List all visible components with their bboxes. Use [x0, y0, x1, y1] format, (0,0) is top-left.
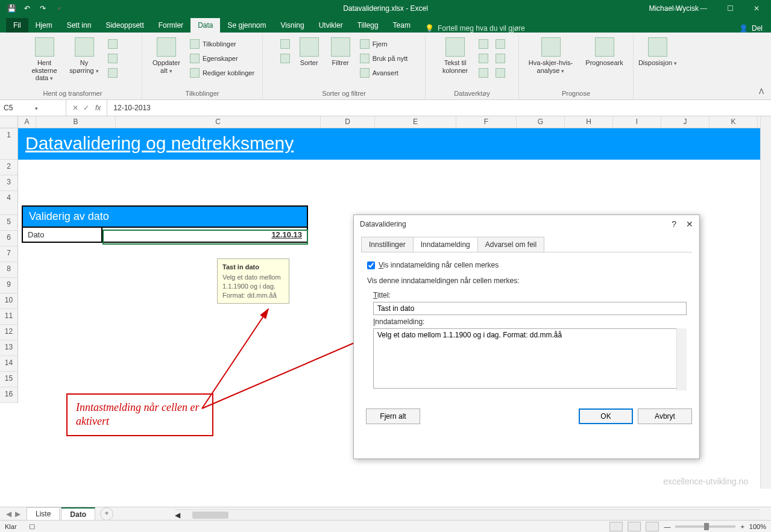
- page-break-view-button[interactable]: [646, 522, 659, 531]
- tab-home[interactable]: Hjem: [28, 18, 60, 33]
- cancel-button[interactable]: Avbryt: [638, 408, 692, 424]
- share-button[interactable]: 👤 Del: [739, 24, 763, 33]
- sheet-prev-icon[interactable]: ◀: [6, 510, 11, 518]
- sheet-tab-liste[interactable]: Liste: [27, 507, 60, 520]
- checkbox-input[interactable]: [367, 261, 375, 269]
- dialog-close-button[interactable]: ✕: [686, 219, 693, 229]
- zoom-slider[interactable]: [675, 525, 735, 528]
- relationships-button[interactable]: [493, 52, 508, 65]
- scroll-thumb[interactable]: [192, 512, 228, 519]
- tab-error-alert[interactable]: Advarsel om feil: [477, 237, 544, 252]
- row-header-12[interactable]: 12: [0, 325, 17, 340]
- column-header-E[interactable]: E: [375, 116, 456, 128]
- title-input[interactable]: [373, 302, 687, 315]
- row-header-2[interactable]: 2: [0, 160, 17, 175]
- message-textarea[interactable]: Velg et dato mellom 1.1.1900 og i dag. F…: [373, 328, 687, 389]
- fx-label[interactable]: fx: [95, 100, 107, 116]
- normal-view-button[interactable]: [609, 522, 623, 531]
- row-header-8[interactable]: 8: [0, 262, 17, 278]
- tab-file[interactable]: Fil: [6, 18, 28, 33]
- row-header-10[interactable]: 10: [0, 293, 17, 309]
- column-header-H[interactable]: H: [565, 116, 613, 128]
- row-header-4[interactable]: 4: [0, 191, 17, 215]
- minimize-button[interactable]: —: [691, 2, 716, 15]
- row-header-6[interactable]: 6: [0, 231, 17, 246]
- clear-filter-button[interactable]: Fjern: [357, 37, 411, 51]
- tab-addins[interactable]: Tillegg: [350, 18, 386, 33]
- help-button[interactable]: ?: [672, 219, 676, 229]
- tab-settings[interactable]: Innstillinger: [361, 237, 414, 252]
- select-all-corner[interactable]: [0, 116, 18, 128]
- column-header-C[interactable]: C: [116, 116, 321, 128]
- zoom-level[interactable]: 100%: [749, 523, 766, 530]
- zoom-in-button[interactable]: +: [740, 523, 744, 530]
- ok-button[interactable]: OK: [579, 408, 633, 424]
- zoom-knob[interactable]: [704, 523, 709, 530]
- save-icon[interactable]: 💾: [6, 3, 17, 14]
- edit-links-button[interactable]: Rediger koblinger: [187, 66, 257, 80]
- cell-value-dato[interactable]: 12.10.13: [102, 228, 307, 242]
- tab-formulas[interactable]: Formler: [151, 18, 190, 33]
- column-header-F[interactable]: F: [456, 116, 517, 128]
- add-sheet-button[interactable]: +: [100, 507, 113, 521]
- sheet-next-icon[interactable]: ▶: [15, 510, 20, 518]
- collapse-ribbon-icon[interactable]: ᐱ: [759, 87, 764, 96]
- column-header-G[interactable]: G: [517, 116, 565, 128]
- advanced-filter-button[interactable]: Avansert: [357, 66, 411, 80]
- textarea-scrollbar[interactable]: [676, 328, 687, 390]
- outline-button[interactable]: Disposisjon: [639, 35, 676, 69]
- row-header-9[interactable]: 9: [0, 278, 17, 293]
- column-header-D[interactable]: D: [321, 116, 375, 128]
- forecast-sheet-button[interactable]: Prognoseark: [581, 35, 629, 69]
- column-header-A[interactable]: A: [18, 116, 36, 128]
- show-input-message-checkbox[interactable]: Vis inndatamelding når cellen merkes: [367, 261, 686, 269]
- clear-all-button[interactable]: Fjern alt: [366, 408, 420, 424]
- sheet-tab-dato[interactable]: Dato: [61, 507, 95, 521]
- manage-model-button[interactable]: [493, 66, 508, 80]
- undo-icon[interactable]: ↶: [22, 3, 33, 14]
- show-queries-button[interactable]: [105, 37, 120, 51]
- recent-sources-button[interactable]: [105, 66, 120, 80]
- accept-formula-icon[interactable]: ✓: [83, 104, 89, 112]
- reapply-button[interactable]: Bruk på nytt: [357, 52, 411, 65]
- cell-label-dato[interactable]: Dato: [23, 228, 102, 242]
- sort-button[interactable]: Sorter: [295, 35, 324, 69]
- vertical-scrollbar[interactable]: [760, 116, 771, 489]
- sort-desc-button[interactable]: [278, 52, 292, 65]
- remove-dup-button[interactable]: [476, 52, 491, 65]
- properties-button[interactable]: Egenskaper: [187, 52, 257, 65]
- what-if-button[interactable]: Hva-skjer-hvis-analyse: [524, 35, 578, 77]
- row-header-5[interactable]: 5: [0, 215, 17, 231]
- column-header-J[interactable]: J: [661, 116, 710, 128]
- column-header-I[interactable]: I: [613, 116, 661, 128]
- new-query-button[interactable]: Ny spørring: [66, 35, 103, 77]
- close-button[interactable]: ✕: [744, 2, 769, 15]
- connections-button[interactable]: Tilkoblinger: [187, 37, 257, 51]
- page-layout-view-button[interactable]: [628, 522, 641, 531]
- consolidate-button[interactable]: [493, 37, 508, 51]
- get-external-data-button[interactable]: Hent eksterne data: [26, 35, 63, 84]
- qat-customize-icon[interactable]: [53, 3, 64, 14]
- refresh-all-button[interactable]: Oppdater alt: [148, 35, 185, 77]
- formula-value[interactable]: 12-10-2013: [107, 104, 771, 112]
- column-header-B[interactable]: B: [36, 116, 116, 128]
- text-to-columns-button[interactable]: Tekst til kolonner: [436, 35, 474, 77]
- tab-data[interactable]: Data: [190, 18, 220, 33]
- row-header-7[interactable]: 7: [0, 246, 17, 262]
- filter-button[interactable]: Filtrer: [326, 35, 355, 69]
- row-header-11[interactable]: 11: [0, 309, 17, 325]
- tab-developer[interactable]: Utvikler: [312, 18, 350, 33]
- redo-icon[interactable]: ↷: [37, 3, 48, 14]
- tab-input-message[interactable]: Inndatamelding: [413, 237, 478, 252]
- tell-me[interactable]: 💡 Fortell meg hva du vil gjøre: [425, 24, 525, 33]
- macro-record-icon[interactable]: ▢: [29, 522, 35, 530]
- maximize-button[interactable]: ☐: [718, 2, 742, 15]
- row-header-16[interactable]: 16: [0, 387, 17, 403]
- sort-asc-button[interactable]: [278, 37, 292, 51]
- column-header-K[interactable]: K: [710, 116, 758, 128]
- row-header-3[interactable]: 3: [0, 175, 17, 191]
- zoom-out-button[interactable]: —: [664, 523, 670, 530]
- tab-team[interactable]: Team: [386, 18, 418, 33]
- row-header-14[interactable]: 14: [0, 356, 17, 372]
- row-header-13[interactable]: 13: [0, 340, 17, 356]
